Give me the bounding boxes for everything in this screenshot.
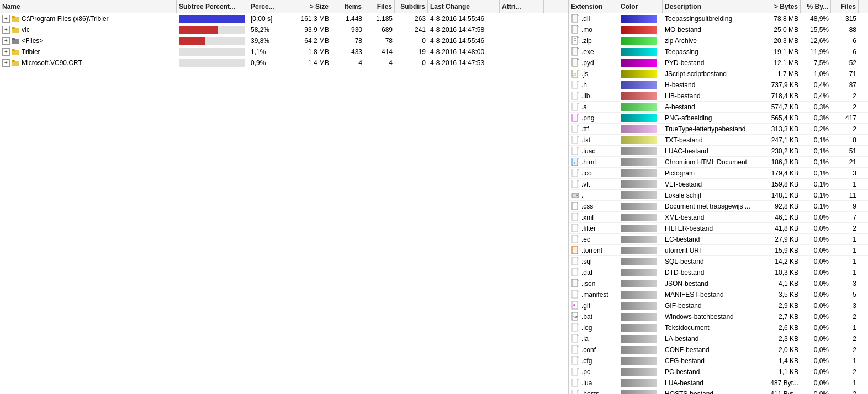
expand-button[interactable]: + xyxy=(2,15,10,23)
right-table-row[interactable]: .pydPYD-bestand12,1 MB7,5%52 xyxy=(569,57,868,68)
bytes-value: 10,3 KB xyxy=(756,267,801,278)
right-table-row[interactable]: .txtTXT-bestand247,1 KB0,1%8 xyxy=(569,135,868,146)
table-row[interactable]: +vlc58,2%93,9 MB9306892414-8-2016 14:47:… xyxy=(0,24,568,35)
expand-button[interactable]: + xyxy=(2,37,10,45)
color-swatch xyxy=(621,236,657,243)
right-table-row[interactable]: .pngPNG-afbeelding565,4 KB0,3%417 xyxy=(569,113,868,124)
extension-text: .gif xyxy=(581,302,590,310)
file-type-icon xyxy=(571,356,580,365)
right-table-row[interactable]: .moMO-bestand25,0 MB15,5%88 xyxy=(569,24,868,35)
right-table-row[interactable]: .aA-bestand574,7 KB0,3%2 xyxy=(569,102,868,113)
right-table-row[interactable]: .cfgCFG-bestand1,4 KB0,0%1 xyxy=(569,355,868,366)
col-color[interactable]: Color xyxy=(618,0,663,13)
right-table-row[interactable]: .torrentutorrent URI15,9 KB0,0%1 xyxy=(569,245,868,256)
right-table-row[interactable]: .jsonJSON-bestand4,1 KB0,0%3 xyxy=(569,278,868,289)
size-value: 93,9 MB xyxy=(287,24,331,35)
color-swatch xyxy=(621,214,657,221)
col-subtree[interactable]: Subtree Percent... xyxy=(177,0,248,13)
col-right-files[interactable]: Files xyxy=(831,0,859,13)
col-extension[interactable]: Extension xyxy=(569,0,618,13)
perce-value: 1,1% xyxy=(248,46,287,57)
right-table-row[interactable]: .ttfTrueType-lettertypebestand313,3 KB0,… xyxy=(569,124,868,135)
right-table-row[interactable]: .exeToepassing19,1 MB11,9%6 xyxy=(569,46,868,57)
right-table-row[interactable]: .hostsHOSTS-bestand411 Byt...0,0%2 xyxy=(569,388,868,394)
extension-cell: .cfg xyxy=(569,355,618,366)
table-row[interactable]: +Microsoft.VC90.CRT0,9%1,4 MB4404-8-2016… xyxy=(0,57,568,68)
file-type-icon xyxy=(571,125,580,134)
col-subdirs[interactable]: Subdirs xyxy=(395,0,428,13)
col-bytes[interactable]: > Bytes xyxy=(756,0,801,13)
expand-button[interactable]: + xyxy=(2,48,10,56)
extension-text: .sql xyxy=(581,258,592,265)
right-table-row[interactable]: .confCONF-bestand2,0 KB0,0%2 xyxy=(569,344,868,355)
col-lastchange[interactable]: Last Change xyxy=(428,0,500,13)
perce-value: 39,8% xyxy=(248,35,287,46)
bytes-value: 1,1 KB xyxy=(756,366,801,377)
bypct-value: 1,0% xyxy=(801,68,831,79)
right-table-row[interactable]: .zipzip Archive20,3 MB12,6%6 xyxy=(569,35,868,46)
right-table-row[interactable]: .cssDocument met trapsgewijs ...92,8 KB0… xyxy=(569,201,868,212)
right-table-row[interactable]: .Lokale schijf148,1 KB0,1%11 xyxy=(569,190,868,201)
svg-rect-7 xyxy=(12,49,15,51)
right-files-value: 1 xyxy=(831,234,859,244)
col-description[interactable]: Description xyxy=(663,0,756,13)
description-cell: Toepassing xyxy=(663,46,756,57)
col-size[interactable]: > Size xyxy=(287,0,331,13)
right-table-row[interactable]: .sqlSQL-bestand14,2 KB0,0%1 xyxy=(569,256,868,267)
color-swatch xyxy=(621,368,657,376)
right-table-row[interactable]: .hH-bestand737,9 KB0,4%87 xyxy=(569,79,868,90)
right-table-row[interactable]: .ecEC-bestand27,9 KB0,0%1 xyxy=(569,234,868,245)
folder-icon xyxy=(11,47,20,56)
col-perce[interactable]: Perce... xyxy=(248,0,287,13)
extension-text: .zip xyxy=(581,37,592,45)
color-swatch xyxy=(621,114,657,122)
file-type-icon xyxy=(571,290,580,299)
col-attri[interactable]: Attri... xyxy=(500,0,544,13)
right-table-row[interactable]: .icoPictogram179,4 KB0,1%3 xyxy=(569,168,868,179)
color-swatch-cell xyxy=(618,124,663,134)
right-table-row[interactable]: .libLIB-bestand718,4 KB0,4%2 xyxy=(569,90,868,102)
bypct-value: 15,5% xyxy=(801,24,831,35)
description-cell: Windows-batchbestand xyxy=(663,311,756,322)
table-row[interactable]: +C:\Program Files (x86)\Tribler[0:00 s]1… xyxy=(0,13,568,24)
right-table-row[interactable]: .xmlXML-bestand46,1 KB0,0%7 xyxy=(569,212,868,223)
svg-rect-10 xyxy=(572,14,578,22)
col-items[interactable]: Items xyxy=(331,0,364,13)
right-table-row[interactable]: BAT.batWindows-batchbestand2,7 KB0,0%2 xyxy=(569,311,868,322)
extension-cell: .lib xyxy=(569,90,618,101)
right-table-row[interactable]: JS.jsJScript-scriptbestand1,7 MB1,0%71 xyxy=(569,68,868,79)
attri-value xyxy=(500,24,544,35)
right-table-row[interactable]: .luacLUAC-bestand230,2 KB0,1%51 xyxy=(569,146,868,157)
svg-rect-53 xyxy=(572,136,578,143)
color-swatch xyxy=(621,180,657,188)
items-value: 1.448 xyxy=(331,13,364,24)
bytes-value: 15,9 KB xyxy=(756,245,801,255)
extension-cell: .pc xyxy=(569,366,618,377)
right-table-row[interactable]: .laLA-bestand2,3 KB0,0%2 xyxy=(569,333,868,344)
expand-button[interactable]: + xyxy=(2,26,10,34)
col-name[interactable]: Name xyxy=(0,0,177,13)
table-row[interactable]: +Tribler1,1%1,8 MB433414194-8-2016 14:48… xyxy=(0,46,568,57)
right-table-row[interactable]: .manifestMANIFEST-bestand3,5 KB0,0%5 xyxy=(569,289,868,300)
right-table-row[interactable]: .dllToepassingsuitbreiding78,8 MB48,9%31… xyxy=(569,13,868,24)
right-table-row[interactable]: .gifGIF-bestand2,9 KB0,0%3 xyxy=(569,300,868,311)
right-table-row[interactable]: .dtdDTD-bestand10,3 KB0,0%1 xyxy=(569,267,868,278)
right-files-value: 3 xyxy=(831,278,859,289)
right-table-row[interactable]: .vltVLT-bestand159,8 KB0,1%1 xyxy=(569,179,868,190)
expand-button[interactable]: + xyxy=(2,59,10,67)
right-table-row[interactable]: .filterFILTER-bestand41,8 KB0,0%2 xyxy=(569,223,868,234)
right-table-row[interactable]: .logTekstdocument2,6 KB0,0%1 xyxy=(569,322,868,333)
row-name-text: Tribler xyxy=(22,48,40,56)
col-files[interactable]: Files xyxy=(364,0,395,13)
right-table-row[interactable]: .luaLUA-bestand487 Byt...0,0%1 xyxy=(569,377,868,388)
bypct-value: 0,0% xyxy=(801,223,831,233)
right-table-row[interactable]: H.htmlChromium HTML Document186,3 KB0,1%… xyxy=(569,157,868,168)
col-bypct[interactable]: % By... xyxy=(801,0,831,13)
file-type-icon xyxy=(571,14,580,23)
right-files-value: 2 xyxy=(831,333,859,344)
file-type-icon xyxy=(571,114,580,123)
table-row[interactable]: +<Files>39,8%64,2 MB787804-8-2016 14:55:… xyxy=(0,35,568,46)
right-table-row[interactable]: .pcPC-bestand1,1 KB0,0%2 xyxy=(569,366,868,377)
color-swatch xyxy=(621,291,657,299)
bytes-value: 92,8 KB xyxy=(756,201,801,211)
